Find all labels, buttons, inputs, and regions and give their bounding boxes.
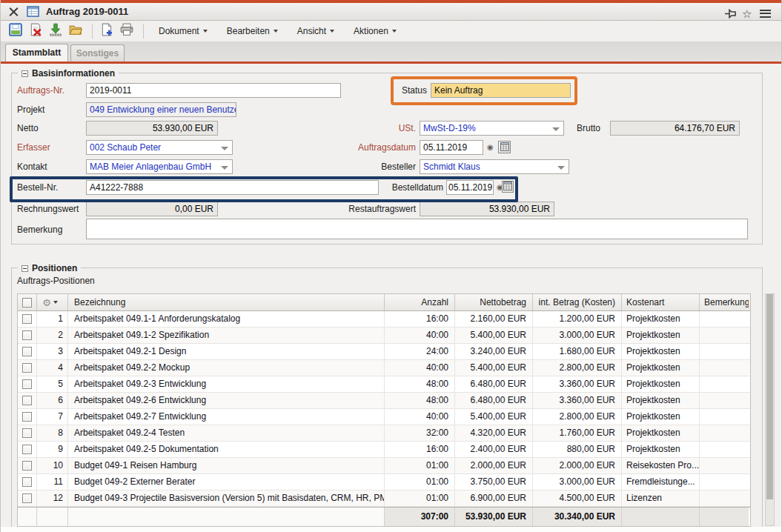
tab-sonstiges[interactable]: Sonstiges [70,44,125,61]
tab-stammblatt[interactable]: Stammblatt [5,44,68,61]
row-bezeichnung[interactable]: Arbeitspaket 049.2-2 Mockup [68,360,385,376]
row-checkbox-cell [18,491,37,506]
totals-empty-cell [68,508,385,526]
auftrags-nr-field[interactable]: 2019-0011 [86,83,341,98]
pin-icon[interactable] [724,6,737,21]
row-bezeichnung[interactable]: Arbeitspaket 049.1-2 Spezifikation [68,327,385,343]
row-number[interactable]: 6 [37,393,68,408]
star-icon[interactable]: ☆ [742,6,752,21]
table-row[interactable]: 5 Arbeitspaket 049.2-3 Entwicklung 48:00… [18,376,750,393]
row-bezeichnung[interactable]: Arbeitspaket 049.2-1 Design [68,344,385,359]
totals-anzahl: 307:00 [385,508,455,526]
row-number[interactable]: 2 [37,327,68,343]
menu-bearbeiten[interactable]: Bearbeiten [217,21,288,42]
import-button[interactable] [47,22,64,40]
projekt-field[interactable]: 049 Entwicklung einer neuen Benutze [86,102,236,117]
menu-aktionen[interactable]: Aktionen [344,21,406,42]
menu-ansicht[interactable]: Ansicht [288,21,344,42]
table-row[interactable]: 3 Arbeitspaket 049.2-1 Design 24:00 3.24… [18,344,750,360]
column-settings-button[interactable]: ⚙ [37,294,68,310]
scrollbar-thumb[interactable] [766,294,773,499]
row-bezeichnung[interactable]: Arbeitspaket 049.1-1 Anforderungskatalog [68,311,385,327]
vertical-scrollbar[interactable] [765,293,775,526]
select-all-checkbox[interactable] [22,298,32,307]
erfasser-select[interactable]: 002 Schaub Peter [86,140,233,155]
menu-dokument[interactable]: Dokument [149,21,217,42]
row-number[interactable]: 1 [37,311,68,327]
table-row[interactable]: 11 Budget 049-2 Externer Berater 01:00 3… [18,474,750,491]
table-row[interactable]: 1 Arbeitspaket 049.1-1 Anforderungskatal… [18,311,750,327]
row-number[interactable]: 9 [37,442,68,457]
row-number[interactable]: 4 [37,360,68,376]
row-checkbox[interactable] [22,477,32,487]
row-number[interactable]: 11 [37,474,68,490]
row-bezeichnung[interactable]: Arbeitspaket 049.2-7 Entwicklung [68,409,385,425]
calendar-button[interactable] [498,141,511,153]
table-row[interactable]: 9 Arbeitspaket 049.2-5 Dokumentation 16:… [18,442,750,458]
open-folder-button[interactable] [67,22,85,40]
col-header-int-betrag[interactable]: int. Betrag (Kosten) [533,294,622,310]
row-bezeichnung[interactable]: Arbeitspaket 049.2-4 Testen [68,425,385,441]
rechnungswert-field: 0,00 EUR [86,202,218,216]
row-bezeichnung[interactable]: Budget 049-2 Externer Berater [68,474,385,490]
table-row[interactable]: 6 Arbeitspaket 049.2-6 Entwicklung 48:00… [18,393,750,409]
row-checkbox[interactable] [22,347,32,356]
table-row[interactable]: 10 Budget 049-1 Reisen Hamburg 01:00 2.0… [18,458,750,474]
col-header-bezeichnung[interactable]: Bezeichnung [68,294,385,310]
row-checkbox[interactable] [22,445,32,454]
row-checkbox-cell [18,393,37,408]
row-checkbox[interactable] [22,493,32,503]
row-kostenart: Lizenzen [622,491,700,506]
close-icon[interactable] [8,6,19,17]
row-checkbox[interactable] [22,330,32,340]
calendar-button[interactable] [502,181,514,193]
row-checkbox[interactable] [22,314,32,324]
chevron-down-icon [552,127,560,131]
row-bezeichnung[interactable]: Arbeitspaket 049.2-3 Entwicklung [68,376,385,392]
ust-select[interactable]: MwSt-D-19% [420,121,564,136]
table-row[interactable]: 8 Arbeitspaket 049.2-4 Testen 32:00 4.32… [18,425,750,442]
menu-icon[interactable] [760,6,771,21]
bestell-nr-field[interactable]: A41222-7888 [86,180,379,195]
besteller-select[interactable]: Schmidt Klaus [420,159,569,174]
row-number[interactable]: 7 [37,409,68,425]
row-number[interactable]: 8 [37,425,68,441]
bemerkung-field[interactable] [86,219,748,239]
row-bezeichnung[interactable]: Budget 049-1 Reisen Hamburg [68,458,385,473]
auftragsdatum-field[interactable]: 05.11.2019 [420,140,483,155]
row-checkbox[interactable] [22,412,32,422]
date-clear-icon[interactable]: ◉ [487,142,494,153]
row-number[interactable]: 10 [37,458,68,473]
collapse-icon[interactable] [21,70,28,77]
print-button[interactable] [118,22,136,40]
row-checkbox[interactable] [22,428,32,438]
row-nettobetrag: 5.400,00 EUR [455,360,533,376]
collapse-icon[interactable] [21,265,28,272]
new-document-button[interactable] [98,22,116,40]
table-row[interactable]: 12 Budget 049-3 Projectile Basisversion … [18,491,750,507]
bestelldatum-field[interactable]: 05.11.2019 [446,180,494,195]
delete-button[interactable] [27,22,44,40]
table-row[interactable]: 7 Arbeitspaket 049.2-7 Entwicklung 40:00… [18,409,750,425]
status-field[interactable]: Kein Auftrag [431,83,571,98]
row-checkbox[interactable] [22,363,32,373]
row-bezeichnung[interactable]: Arbeitspaket 049.2-6 Entwicklung [68,393,385,408]
row-checkbox[interactable] [22,379,32,389]
col-header-anzahl[interactable]: Anzahl [385,294,455,310]
chevron-down-icon [274,30,278,33]
kontakt-select[interactable]: MAB Meier Anlagenbau GmbH [86,159,233,174]
table-row[interactable]: 4 Arbeitspaket 049.2-2 Mockup 40:00 5.40… [18,360,750,376]
col-header-nettobetrag[interactable]: Nettobetrag [455,294,533,310]
table-row[interactable]: 2 Arbeitspaket 049.1-2 Spezifikation 40:… [18,327,750,344]
row-number[interactable]: 5 [37,376,68,392]
row-number[interactable]: 12 [37,491,68,506]
save-button[interactable] [7,22,24,40]
col-header-bemerkung[interactable]: Bemerkung [700,294,749,310]
row-bezeichnung[interactable]: Budget 049-3 Projectile Basisversion (Ve… [68,491,385,506]
row-number[interactable]: 3 [37,344,68,359]
row-bezeichnung[interactable]: Arbeitspaket 049.2-5 Dokumentation [68,442,385,457]
row-nettobetrag: 6.900,00 EUR [455,491,533,506]
row-checkbox[interactable] [22,396,32,405]
row-checkbox[interactable] [22,461,32,471]
col-header-kostenart[interactable]: Kostenart [622,294,700,310]
